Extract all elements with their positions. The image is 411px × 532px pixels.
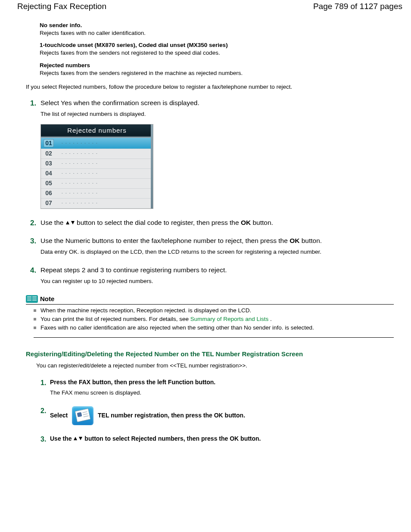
ok-label: OK bbox=[290, 237, 299, 244]
lcd-row-placeholder: - - - - - - - - - - bbox=[62, 201, 98, 205]
lcd-row-index: 03 bbox=[44, 159, 54, 168]
step-text-post: button. bbox=[239, 435, 261, 442]
svg-marker-1 bbox=[71, 221, 75, 224]
page-indicator: Page 789 of 1127 pages bbox=[313, 1, 402, 12]
step-2: 2. Use the button to select the dial cod… bbox=[30, 218, 402, 227]
page-title: Rejecting Fax Reception bbox=[17, 1, 106, 12]
ok-label: OK bbox=[214, 412, 223, 419]
step-text-post: button, then press the left Function but… bbox=[90, 379, 215, 386]
svg-marker-2 bbox=[74, 437, 77, 440]
intro-text: If you select Rejected numbers, follow t… bbox=[26, 83, 402, 91]
lcd-rows: 01 - - - - - - - - - - 02 - - - - - - - … bbox=[41, 137, 153, 208]
step-text-mid: TEL number registration, then press the bbox=[98, 412, 214, 419]
note-box: Note When the machine rejects reception,… bbox=[26, 295, 394, 338]
lcd-row: 06 - - - - - - - - - - bbox=[41, 189, 153, 199]
option-rejected-numbers: Rejected numbers Rejects faxes from the … bbox=[40, 62, 402, 77]
note-text: You can print the list of rejected numbe… bbox=[40, 316, 190, 322]
lcd-row: 07 - - - - - - - - - - bbox=[41, 199, 153, 208]
lcd-row: 05 - - - - - - - - - - bbox=[41, 179, 153, 189]
main-steps-list: 1. Select Yes when the confirmation scre… bbox=[30, 99, 402, 285]
option-title: 1-touch/code unset (MX870 series), Coded… bbox=[40, 41, 402, 49]
lcd-row-index: 07 bbox=[44, 199, 54, 207]
lcd-row-placeholder: - - - - - - - - - - bbox=[62, 161, 98, 166]
lcd-row-placeholder: - - - - - - - - - - bbox=[62, 181, 98, 186]
note-book-icon bbox=[26, 295, 38, 303]
step-text-pre: Use the bbox=[50, 435, 73, 442]
note-item: When the machine rejects reception, Rece… bbox=[34, 307, 394, 314]
tel-registration-app-icon bbox=[72, 406, 93, 425]
note-item: Faxes with no caller identification are … bbox=[34, 324, 394, 332]
svg-marker-0 bbox=[66, 221, 69, 224]
step-title: Use the Numeric buttons to enter the fax… bbox=[40, 236, 402, 246]
step-text-pre: Use the bbox=[40, 219, 65, 226]
step-number: 3. bbox=[40, 435, 46, 444]
step-title: Use the button to select the dial code t… bbox=[40, 218, 402, 227]
step-text-pre: Use the Numeric buttons to enter the fax… bbox=[40, 237, 290, 244]
note-list: When the machine rejects reception, Rece… bbox=[34, 307, 394, 338]
option-title: No sender info. bbox=[40, 22, 402, 29]
ok-label: OK bbox=[230, 435, 239, 442]
up-down-arrow-icon bbox=[65, 219, 77, 226]
lcd-row: 03 - - - - - - - - - - bbox=[41, 159, 153, 169]
lcd-row: 02 - - - - - - - - - - bbox=[41, 149, 153, 159]
step-1: 1. Select Yes when the confirmation scre… bbox=[30, 99, 402, 208]
sub-step-2: 2. Select TEL number registration, then … bbox=[40, 406, 402, 425]
note-text: . bbox=[270, 316, 272, 322]
option-code-unset: 1-touch/code unset (MX870 series), Coded… bbox=[40, 41, 402, 57]
lcd-scrollbar bbox=[151, 124, 153, 208]
note-header: Note bbox=[26, 295, 394, 305]
lcd-title: Rejected numbers bbox=[41, 124, 153, 137]
lcd-row-placeholder: - - - - - - - - - - bbox=[62, 141, 98, 146]
lcd-row-index: 06 bbox=[44, 189, 54, 197]
option-desc: Rejects faxes with no caller identificat… bbox=[40, 29, 402, 37]
lcd-row: 01 - - - - - - - - - - bbox=[41, 138, 153, 149]
step-3: 3. Use the Numeric buttons to enter the … bbox=[30, 236, 402, 256]
step-number: 1. bbox=[40, 378, 46, 388]
sub-step-1: 1. Press the FAX button, then press the … bbox=[40, 378, 402, 397]
lcd-row-index: 05 bbox=[44, 179, 54, 187]
lcd-row-placeholder: - - - - - - - - - - bbox=[62, 191, 98, 196]
option-desc: Rejects faxes from the senders registere… bbox=[40, 69, 402, 77]
step-text-pre: Press the bbox=[50, 379, 79, 386]
step-number: 1. bbox=[30, 99, 36, 109]
note-label: Note bbox=[40, 295, 54, 303]
fax-button-label: FAX bbox=[79, 379, 90, 386]
lcd-row-index: 01 bbox=[44, 139, 54, 147]
step-title: Select TEL number registration, then pre… bbox=[50, 412, 245, 419]
ok-label: OK bbox=[241, 219, 251, 226]
step-subtext: You can register up to 10 rejected numbe… bbox=[40, 277, 402, 285]
step-number: 3. bbox=[30, 236, 36, 246]
sub-step-3: 3. Use the button to select Rejected num… bbox=[40, 435, 402, 443]
step-text-mid: button to select the dial code to regist… bbox=[77, 219, 241, 226]
summary-of-reports-link[interactable]: Summary of Reports and Lists bbox=[190, 316, 269, 322]
step-number: 2. bbox=[30, 218, 36, 228]
step-text-post: button. bbox=[252, 219, 273, 226]
svg-marker-3 bbox=[79, 437, 82, 440]
step-title: Use the button to select Rejected number… bbox=[50, 435, 261, 442]
page-header: Rejecting Fax Reception Page 789 of 1127… bbox=[17, 1, 402, 12]
step-4: 4. Repeat steps 2 and 3 to continue regi… bbox=[30, 266, 402, 285]
subsection-steps-list: 1. Press the FAX button, then press the … bbox=[40, 378, 402, 443]
lcd-row: 04 - - - - - - - - - - bbox=[41, 169, 153, 179]
option-no-sender: No sender info. Rejects faxes with no ca… bbox=[40, 22, 402, 37]
lcd-row-index: 02 bbox=[44, 149, 54, 158]
up-down-arrow-icon bbox=[73, 435, 84, 442]
step-text-post: button. bbox=[223, 412, 245, 419]
option-title: Rejected numbers bbox=[40, 62, 402, 69]
subsection-title: Registering/Editing/Deleting the Rejecte… bbox=[26, 350, 402, 358]
note-item: You can print the list of rejected numbe… bbox=[34, 315, 394, 323]
step-number: 2. bbox=[40, 406, 46, 416]
lcd-screenshot: Rejected numbers 01 - - - - - - - - - - … bbox=[40, 124, 153, 208]
step-title: Select Yes when the confirmation screen … bbox=[40, 99, 402, 108]
lcd-row-placeholder: - - - - - - - - - - bbox=[62, 171, 98, 176]
document-page: Rejecting Fax Reception Page 789 of 1127… bbox=[0, 0, 411, 470]
lcd-row-placeholder: - - - - - - - - - - bbox=[62, 151, 98, 156]
subsection-intro: You can register/edit/delete a rejected … bbox=[36, 362, 402, 370]
lcd-row-index: 04 bbox=[44, 169, 54, 177]
step-subtext: The FAX menu screen is displayed. bbox=[50, 389, 402, 397]
step-text-pre: Select bbox=[50, 412, 69, 419]
step-text-post: button. bbox=[302, 237, 322, 244]
step-subtext: The list of rejected numbers is displaye… bbox=[40, 110, 402, 118]
step-number: 4. bbox=[30, 266, 36, 276]
step-title: Repeat steps 2 and 3 to continue registe… bbox=[40, 266, 402, 275]
